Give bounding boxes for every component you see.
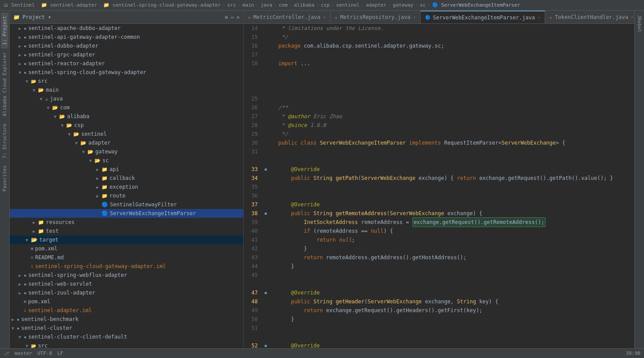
tree-item-cluster[interactable]: ▼ ▪ sentinel-cluster [10,324,243,332]
tree-item-dubbo-adapter[interactable]: ▶ ▪ sentinel-apache-dubbo-adapter [10,24,243,33]
tree-item-pom-xml[interactable]: ▶ m pom.xml [10,244,243,253]
breadcrumb-sc[interactable]: sc [420,2,426,8]
tab-metrics-repository[interactable]: ☕ MetricsRepository.java ✕ [331,11,421,23]
tree-item-server-web-exchange[interactable]: ▶ 🔵 ServerWebExchangeItemParser [10,209,243,218]
folder-icon: 📂 [38,87,44,93]
md-icon: m [31,255,33,260]
tree-item-java[interactable]: ▼ ☕ java [10,94,243,103]
arrow-icon: ▶ [19,35,24,40]
tab-label: MetricController.java [253,14,320,20]
tree-item-test[interactable]: ▶ 📁 test [10,227,243,235]
tree-label: api [109,166,119,172]
tab-label: TokenClientHandler.java [555,14,628,20]
tree-item-sentinel[interactable]: ▼ 📂 sentinel [10,130,243,138]
breadcrumb-sentinel[interactable]: 🗂 Sentinel [4,2,35,8]
arrow-icon: ▼ [54,114,59,119]
code-content[interactable]: * limitations under the License. */ pack… [270,24,634,348]
tree-label: sentinel-zuul-adapter [28,290,95,296]
tab-close-icon[interactable]: ✕ [538,15,540,20]
close-icon[interactable]: ✕ [237,14,240,20]
tab-project[interactable]: 1: Project [1,12,8,48]
tree-item-exception[interactable]: ▶ 📁 exception [10,183,243,191]
tab-close-icon[interactable]: ✕ [413,15,416,19]
status-encoding[interactable]: UTF-8 [38,351,52,356]
tab-cloud-explorer[interactable]: Alibaba Cloud Explorer [1,48,8,120]
breadcrumb-com[interactable]: com [279,2,288,8]
code-line-29: */ [270,130,634,138]
tree-item-grpc[interactable]: ▶ ▪ sentinel-grpc-adapter [10,50,243,59]
expand-icon[interactable]: ⇔ [231,14,234,20]
tab-token-client-handler[interactable]: ☕ TokenClientHandler.java ✕ [545,11,634,23]
breadcrumb-adapter2[interactable]: adapter [366,2,386,8]
arrow-icon: ▶ [96,185,102,190]
breadcrumb-src[interactable]: src [227,2,236,8]
tree-item-csp[interactable]: ▼ 📂 csp [10,121,243,130]
tree-item-gateway-folder[interactable]: ▼ 📂 gateway [10,147,243,156]
tree-label: sentinel-reactor-adapter [28,60,105,67]
tab-metric-controller[interactable]: ☕ MetricController.java ✕ [244,11,331,23]
left-sidebar-strip: 1: Project Alibaba Cloud Explorer 7: Str… [0,11,10,348]
tab-favorites[interactable]: Favorites [1,162,8,195]
tree-item-sc-folder[interactable]: ▼ 📂 sc [10,156,243,165]
breadcrumb-alibaba[interactable]: alibaba [294,2,314,8]
tree-item-readme[interactable]: ▶ m README.md [10,253,243,262]
code-line-40: if (remoteAddress == null) { [270,227,634,235]
project-panel: 📁 Project ▾ ⚙ ⇔ ✕ ▶ ▪ sentinel-apache-du… [10,11,244,348]
tab-server-web-exchange[interactable]: 🔵 ServerWebExchangeItemParser.java ✕ [421,11,545,23]
breadcrumb-java[interactable]: java [260,2,272,8]
tab-close-icon[interactable]: ✕ [631,15,633,19]
breadcrumb-main[interactable]: main [242,2,254,8]
tree-item-api-gateway-common[interactable]: ▶ ▪ sentinel-api-gateway-adapter-common [10,33,243,41]
folder-icon: 📁 [38,228,44,234]
breadcrumb-gateway[interactable]: gateway [393,2,413,8]
tree-item-com[interactable]: ▼ 📂 com [10,103,243,112]
tree-item-src[interactable]: ▼ 📂 src [10,77,243,86]
tree-item-route[interactable]: ▶ 📁 route [10,191,243,200]
code-line-14: * limitations under the License. [270,24,634,33]
tab-structure[interactable]: 7: Structure [1,120,8,162]
tree-label: sentinel-spring-cloud-gateway-adapter [28,69,146,75]
tree-item-dubbo[interactable]: ▶ ▪ sentinel-dubbo-adapter [10,41,243,50]
tab-close-icon[interactable]: ✕ [323,15,326,19]
tree-item-iml[interactable]: ▶ i sentinel-spring-cloud-gateway-adapte… [10,262,243,271]
arrow-icon: ▼ [26,238,31,242]
tab-jrebel[interactable]: JRebel [636,12,643,35]
tree-item-zuul[interactable]: ▶ ▪ sentinel-zuul-adapter [10,288,243,297]
module-icon: ▪ [24,282,26,287]
code-line-49: return exchange.getRequest().getHeaders(… [270,306,634,315]
folder-icon: 📂 [31,79,36,84]
tree-item-pom-root[interactable]: ▶ m pom.xml [10,297,243,306]
code-line-36 [270,191,634,200]
breadcrumb-gateway-adapter[interactable]: 📁 sentinel-spring-cloud-gateway-adapter [103,2,221,8]
tree-item-main[interactable]: ▼ 📂 main [10,86,243,94]
settings-icon[interactable]: ⚙ [225,14,228,20]
tree-item-api[interactable]: ▶ 📁 api [10,165,243,174]
code-line-42: } [270,244,634,253]
tree-item-benchmark[interactable]: ▶ ▪ sentinel-benchmark [10,315,243,324]
folder-icon: 📂 [94,158,101,164]
tree-item-cluster-src[interactable]: ▼ 📂 src [10,341,243,348]
tree-item-sentinel-gateway-filter[interactable]: ▶ 🔵 SentinelGatewayFilter [10,200,243,209]
breadcrumb-csp[interactable]: csp [321,2,330,8]
tree-item-alibaba[interactable]: ▼ 📂 alibaba [10,112,243,121]
tree-item-adapter-folder[interactable]: ▼ 📂 adapter [10,138,243,147]
tree-item-resources[interactable]: ▶ 📁 resources [10,218,243,227]
tree-item-gateway-adapter[interactable]: ▼ ▪ sentinel-spring-cloud-gateway-adapte… [10,68,243,77]
tree-item-target[interactable]: ▼ 📂 target [10,235,243,244]
tree-item-cluster-client[interactable]: ▼ ▪ sentinel-cluster-client-default [10,332,243,341]
breadcrumb-sentinel2[interactable]: sentinel [336,2,359,8]
breadcrumb-adapter[interactable]: 📁 sentinel-adapter [41,2,97,8]
tree-item-callback[interactable]: ▶ 📁 callback [10,174,243,183]
code-line-25 [270,94,634,103]
tree-item-reactor[interactable]: ▶ ▪ sentinel-reactor-adapter [10,59,243,68]
tree-item-sentinel-adapter-iml[interactable]: ▶ i sentinel-adapter.iml [10,306,243,315]
project-label: Project ▾ [23,14,51,20]
tree-item-webflux[interactable]: ▶ ▪ sentinel-spring-webflux-adapter [10,271,243,280]
arrow-icon: ▶ [33,220,38,225]
tree-item-web-servlet[interactable]: ▶ ▪ sentinel-web-servlet [10,280,243,288]
tab-bar: ☕ MetricController.java ✕ ☕ MetricsRepos… [244,11,634,24]
status-line-sep[interactable]: LF [57,351,63,356]
tree-label: alibaba [67,113,90,119]
folder-icon: 📂 [59,114,65,119]
code-line-27: * @author Eric Zhao [270,112,634,121]
